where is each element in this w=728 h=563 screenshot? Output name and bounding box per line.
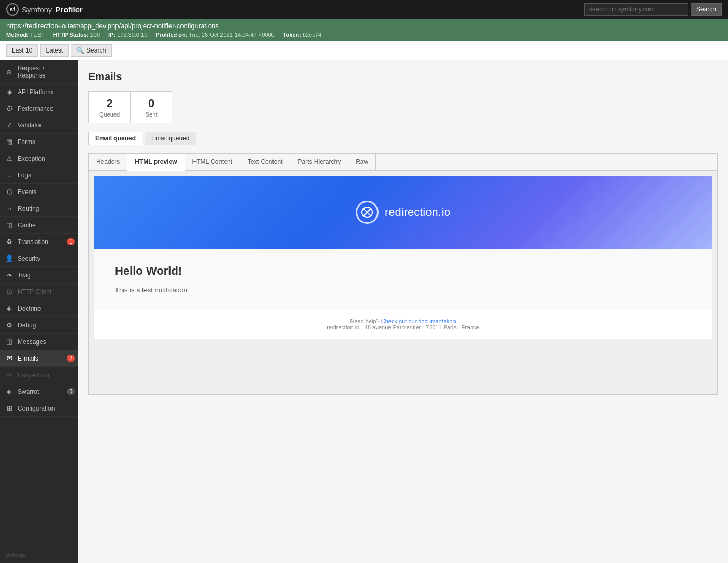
sidebar-item-exception[interactable]: ⚠ Exception — [0, 150, 78, 167]
sidebar-item-logs[interactable]: ≡ Logs — [0, 167, 78, 184]
app-name: Symfony — [22, 5, 52, 14]
queued-count: 2 — [99, 97, 120, 110]
email-headline: Hello World! — [115, 264, 691, 278]
email-preview-scroll[interactable]: redirection.io Hello World! This is a te… — [89, 171, 717, 394]
tab-html-content[interactable]: HTML Content — [185, 154, 241, 170]
request-response-icon: ⊕ — [5, 68, 14, 76]
settings-label[interactable]: Settings — [0, 546, 78, 563]
swarrot-icon: ◈ — [5, 388, 14, 395]
main-content: Emails 2 Queued 0 Sent Email queued Emai… — [78, 60, 728, 563]
sidebar-item-forms[interactable]: ▦ Forms — [0, 134, 78, 150]
sent-stat: 0 Sent — [131, 91, 172, 123]
easy-admin-icon: ✏ — [5, 371, 14, 379]
sidebar-item-label: Swarrot — [18, 388, 39, 395]
routing-icon: ↔ — [5, 204, 14, 212]
sidebar-item-swarrot[interactable]: ◈ Swarrot 0 — [0, 383, 78, 400]
email-preview-wrapper: redirection.io Hello World! This is a te… — [89, 171, 717, 394]
sidebar-item-configuration[interactable]: ⊞ Configuration — [0, 400, 78, 417]
sidebar-item-security[interactable]: 👤 Security — [0, 250, 78, 267]
last10-button[interactable]: Last 10 — [6, 44, 38, 57]
sidebar-item-label: Security — [18, 255, 40, 262]
sidebar-item-label: Events — [18, 188, 37, 196]
emails-badge: 2 — [67, 355, 75, 362]
email-body: Hello World! This is a test notification… — [94, 249, 712, 310]
sidebar-item-debug[interactable]: ⚙ Debug — [0, 317, 78, 334]
api-platform-icon: ◈ — [5, 88, 14, 96]
tab-headers[interactable]: Headers — [89, 154, 127, 170]
sidebar-item-label: EasyAdmin — [18, 372, 49, 379]
sidebar-item-label: Debug — [18, 322, 36, 329]
tabs-container: Headers HTML preview HTML Content Text C… — [88, 153, 718, 395]
sidebar-item-label: Twig — [18, 272, 31, 279]
sent-label: Sent — [141, 111, 161, 118]
sent-count: 0 — [141, 97, 161, 110]
sidebar-item-easy-admin[interactable]: ✏ EasyAdmin — [0, 367, 78, 383]
sidebar-item-label: Translation — [18, 238, 48, 246]
sidebar-item-request-response[interactable]: ⊕ Request / Response — [0, 60, 78, 84]
sidebar-item-label: Doctrine — [18, 305, 41, 312]
search-button[interactable]: Search — [691, 3, 722, 16]
sidebar-item-performance[interactable]: ⏱ Performance — [0, 100, 78, 117]
email-buttons: Email queued Email queued — [88, 132, 718, 145]
sidebar-item-validator[interactable]: ✓ Validator — [0, 117, 78, 134]
sidebar-item-label: Exception — [18, 155, 45, 162]
email-queued-btn-2[interactable]: Email queued — [145, 132, 196, 145]
messages-icon: ◫ — [5, 338, 14, 346]
security-icon: 👤 — [5, 254, 14, 262]
email-body-text: This is a test notification. — [115, 286, 691, 294]
sidebar-item-http-client[interactable]: ⊡ HTTP Client — [0, 284, 78, 300]
tabs-header: Headers HTML preview HTML Content Text C… — [89, 154, 717, 171]
tab-parts-hierarchy[interactable]: Parts Hierarchy — [290, 154, 348, 170]
sidebar-item-cache[interactable]: ◫ Cache — [0, 217, 78, 234]
search-input[interactable] — [584, 3, 688, 16]
method-label: Method: TEST — [6, 32, 45, 38]
request-meta: Method: TEST HTTP Status: 200 IP: 172.30… — [6, 32, 722, 38]
sidebar-item-messages[interactable]: ◫ Messages — [0, 334, 78, 350]
sidebar-item-label: Logs — [18, 172, 31, 179]
nav-buttons: Last 10 Latest 🔍 Search — [0, 41, 728, 60]
emails-icon: ✉ — [5, 354, 14, 362]
ip-label: IP: 172.30.0.10 — [108, 32, 147, 38]
queued-label: Queued — [99, 111, 120, 118]
sidebar-item-emails[interactable]: ✉ E-mails 2 — [0, 350, 78, 367]
sidebar-item-routing[interactable]: ↔ Routing — [0, 200, 78, 217]
email-footer-help: Need help? Check out our documentation — [102, 318, 704, 324]
email-footer-address: redirection.io - 18 avenue Parmentier - … — [102, 324, 704, 330]
topbar: sf Symfony Profiler Search — [0, 0, 728, 19]
email-queued-btn-1[interactable]: Email queued — [88, 132, 142, 145]
events-icon: ⬡ — [5, 188, 14, 196]
search-nav-button[interactable]: 🔍 Search — [71, 44, 112, 57]
search-area: Search — [584, 3, 722, 16]
sidebar-item-translation[interactable]: ♻ Translation 1 — [0, 234, 78, 250]
sidebar-item-label: Validator — [18, 122, 42, 129]
sidebar-item-events[interactable]: ⬡ Events — [0, 184, 78, 200]
app-subtitle: Profiler — [55, 5, 83, 14]
tab-text-content[interactable]: Text Content — [240, 154, 290, 170]
sidebar-item-api-platform[interactable]: ◈ API Platform — [0, 84, 78, 100]
sidebar-item-label: Messages — [18, 338, 46, 346]
sidebar-item-label: Cache — [18, 222, 36, 229]
sidebar-item-label: Performance — [18, 105, 54, 112]
queued-stat: 2 Queued — [88, 91, 131, 123]
validator-icon: ✓ — [5, 121, 14, 129]
tab-raw[interactable]: Raw — [348, 154, 376, 170]
email-preview-inner: redirection.io Hello World! This is a te… — [94, 176, 712, 339]
email-logo-text: redirection.io — [385, 206, 450, 219]
sidebar-item-twig[interactable]: ❧ Twig — [0, 267, 78, 284]
sidebar-item-label: Configuration — [18, 405, 55, 412]
email-logo-icon — [356, 201, 379, 224]
app-logo: sf Symfony Profiler — [6, 3, 83, 16]
sidebar-item-label: Request / Response — [18, 65, 73, 79]
sidebar-item-label: E-mails — [18, 355, 38, 362]
tab-html-preview[interactable]: HTML preview — [127, 154, 185, 171]
status-label: HTTP Status: 200 — [53, 32, 100, 38]
sidebar-item-doctrine[interactable]: ◈ Doctrine — [0, 300, 78, 317]
sidebar-item-label: API Platform — [18, 88, 53, 96]
token-label: Token: b2ec74 — [283, 32, 321, 38]
email-header-image: redirection.io — [94, 176, 712, 249]
email-footer-link[interactable]: Check out our documentation — [381, 318, 456, 324]
doctrine-icon: ◈ — [5, 304, 14, 312]
email-footer: Need help? Check out our documentation r… — [94, 310, 712, 339]
performance-icon: ⏱ — [5, 105, 14, 112]
latest-button[interactable]: Latest — [40, 44, 69, 57]
